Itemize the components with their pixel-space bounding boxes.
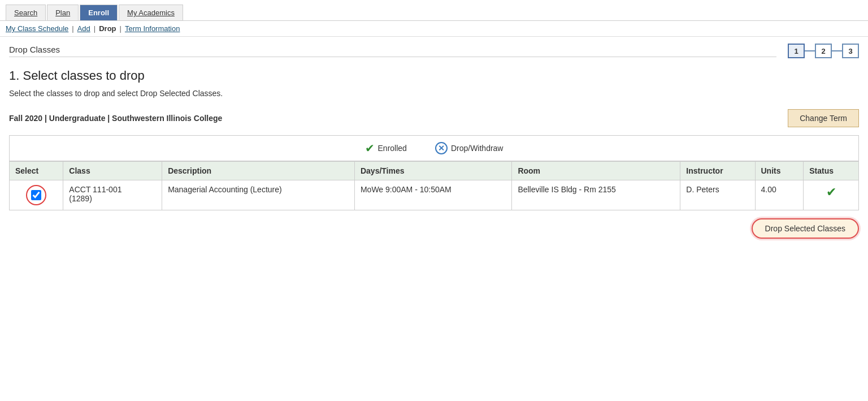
instructor-text: D. Peters — [686, 185, 719, 194]
col-select: Select — [10, 162, 63, 180]
instruction-text: Select the classes to drop and select Dr… — [9, 89, 859, 98]
legend-bar: ✔ Enrolled ✕ Drop/Withdraw — [9, 135, 859, 161]
subnav-my-class-schedule[interactable]: My Class Schedule — [6, 24, 68, 33]
description-text: Managerial Accounting (Lecture) — [168, 185, 282, 194]
stepper: 1 2 3 — [788, 44, 859, 58]
tab-search[interactable]: Search — [6, 5, 46, 20]
page-title: Drop Classes — [9, 45, 776, 57]
checkbox-circle — [26, 185, 46, 205]
subnav-sep-3: | — [120, 24, 121, 33]
drop-withdraw-label: Drop/Withdraw — [451, 144, 504, 153]
step-1: 1 — [788, 44, 805, 58]
legend-drop-withdraw: ✕ Drop/Withdraw — [435, 142, 504, 154]
class-name: ACCT 111-001(1289) — [69, 185, 121, 203]
col-room: Room — [512, 162, 680, 180]
step-2: 2 — [815, 44, 832, 58]
drop-btn-row: Drop Selected Classes — [9, 218, 859, 239]
step-connector-2 — [832, 50, 842, 51]
room-cell: Belleville IS Bldg - Rm 2155 — [512, 180, 680, 210]
days-times-cell: MoWe 9:00AM - 10:50AM — [354, 180, 511, 210]
tab-my-academics[interactable]: My Academics — [119, 5, 183, 20]
class-cell: ACCT 111-001(1289) — [63, 180, 162, 210]
col-days-times: Days/Times — [354, 162, 511, 180]
class-table: Select Class Description Days/Times Room… — [9, 161, 859, 210]
status-check-icon: ✔ — [809, 185, 853, 200]
legend-enrolled: ✔ Enrolled — [365, 141, 407, 155]
days-times-text: MoWe 9:00AM - 10:50AM — [361, 185, 452, 194]
main-content: Drop Classes 1 2 3 1. Select classes to … — [0, 37, 868, 245]
room-text: Belleville IS Bldg - Rm 2155 — [518, 185, 616, 194]
change-term-button[interactable]: Change Term — [788, 109, 859, 127]
units-text: 4.00 — [761, 185, 776, 194]
page-header-row: Drop Classes 1 2 3 — [9, 44, 859, 58]
subnav-drop[interactable]: Drop — [99, 24, 116, 33]
col-status: Status — [804, 162, 859, 180]
select-cell — [10, 180, 63, 210]
sub-nav: My Class Schedule | Add | Drop | Term In… — [0, 21, 868, 37]
tab-enroll[interactable]: Enroll — [80, 5, 118, 20]
enrolled-label: Enrolled — [378, 144, 407, 153]
drop-withdraw-icon: ✕ — [435, 142, 448, 154]
step-connector-1 — [805, 50, 815, 51]
instructor-cell: D. Peters — [680, 180, 755, 210]
subnav-sep-2: | — [94, 24, 96, 33]
col-description: Description — [162, 162, 355, 180]
subnav-term-information[interactable]: Term Information — [125, 24, 180, 33]
col-instructor: Instructor — [680, 162, 755, 180]
section-heading: 1. Select classes to drop — [9, 68, 859, 83]
tab-plan[interactable]: Plan — [47, 5, 79, 20]
table-row: ACCT 111-001(1289) Managerial Accounting… — [10, 180, 859, 210]
term-row: Fall 2020 | Undergraduate | Southwestern… — [9, 109, 859, 127]
subnav-add[interactable]: Add — [77, 24, 90, 33]
term-label: Fall 2020 | Undergraduate | Southwestern… — [9, 114, 222, 123]
col-class: Class — [63, 162, 162, 180]
description-cell: Managerial Accounting (Lecture) — [162, 180, 355, 210]
status-cell: ✔ — [804, 180, 859, 210]
subnav-sep-1: | — [72, 24, 73, 33]
drop-selected-button[interactable]: Drop Selected Classes — [752, 218, 859, 239]
select-checkbox[interactable] — [31, 190, 41, 200]
table-header-row: Select Class Description Days/Times Room… — [10, 162, 859, 180]
step-3: 3 — [842, 44, 859, 58]
col-units: Units — [755, 162, 804, 180]
units-cell: 4.00 — [755, 180, 804, 210]
top-nav: Search Plan Enroll My Academics — [0, 0, 868, 21]
enrolled-check-icon: ✔ — [365, 141, 375, 155]
